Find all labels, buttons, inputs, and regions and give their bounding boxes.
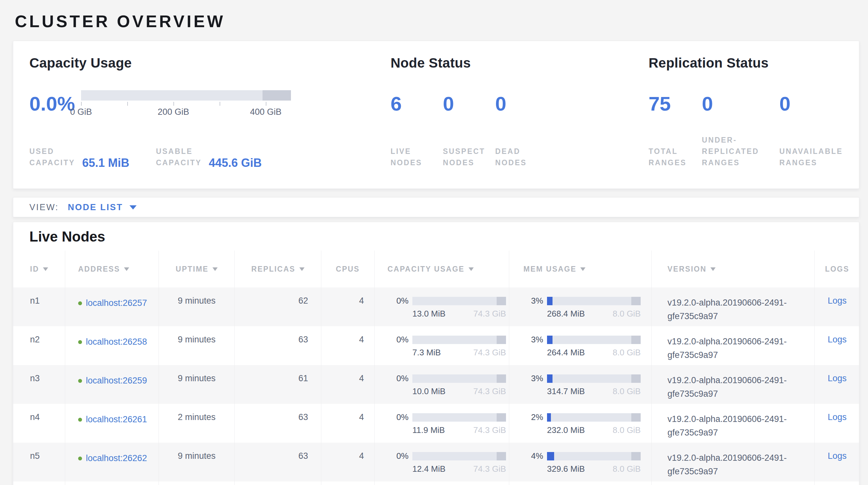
node-capacity-usage-cell: 0%10.0 MiB74.3 GiB: [374, 365, 509, 404]
mem-usage-bar-reserved-segment: [631, 336, 641, 344]
node-uptime-cell: 9 minutes: [159, 326, 235, 365]
partial-row-cell: [13, 481, 65, 485]
node-status-heading: Node Status: [391, 55, 648, 71]
axis-tick: [127, 102, 128, 106]
node-address-cell: localhost:26258: [65, 326, 159, 365]
capacity-stat-value: 65.1 MiB: [82, 158, 129, 168]
mem-usage-percent: 3%: [522, 373, 543, 383]
node-logs-cell: Logs: [814, 365, 859, 404]
column-header-logs[interactable]: LOGS: [814, 251, 859, 287]
node-capacity-usage-cell: 0%7.3 MiB74.3 GiB: [374, 326, 509, 365]
node-id-cell: n2: [13, 326, 65, 365]
logs-link[interactable]: Logs: [828, 412, 847, 422]
logs-link[interactable]: Logs: [828, 373, 847, 383]
column-header-version[interactable]: VERSION: [651, 251, 814, 287]
node-address-link[interactable]: localhost:26261: [86, 415, 147, 424]
cluster-overview-page: CLUSTER OVERVIEW Capacity Usage 0.0% 0 G…: [0, 0, 868, 485]
capacity-usage-bar-row: 0%: [388, 373, 509, 383]
mem-usage-used-value: 268.4 MiB: [547, 309, 585, 319]
node-uptime-cell: 2 minutes: [159, 404, 235, 443]
replication-status-stat-label: UNAVAILABLERANGES: [779, 146, 843, 168]
capacity-usage-bar-track: [412, 452, 506, 460]
node-status-stat: 6LIVENODES: [391, 90, 443, 168]
table-row: n2localhost:262589 minutes6340%7.3 MiB74…: [13, 326, 859, 365]
table-row: n3localhost:262599 minutes6140%10.0 MiB7…: [13, 365, 859, 404]
table-body: n1localhost:262579 minutes6240%13.0 MiB7…: [13, 287, 859, 481]
column-header-capacity-usage[interactable]: CAPACITY USAGE: [374, 251, 509, 287]
live-status-dot-icon: [78, 379, 82, 383]
node-cpus-cell: 4: [321, 404, 374, 443]
replication-status-stat: 75TOTALRANGES: [648, 90, 702, 168]
capacity-usage-values: 10.0 MiB74.3 GiB: [412, 387, 506, 396]
mem-usage-percent: 4%: [522, 451, 543, 461]
node-address-link[interactable]: localhost:26259: [86, 376, 147, 386]
column-header-label: ID: [30, 265, 39, 274]
column-header-id[interactable]: ID: [13, 251, 65, 287]
capacity-usage-bar-track: [412, 297, 506, 305]
node-id-cell: n3: [13, 365, 65, 404]
capacity-usage: 0%10.0 MiB74.3 GiB: [388, 373, 509, 396]
node-uptime-cell: 9 minutes: [159, 443, 235, 481]
replication-status-stat-label: TOTALRANGES: [648, 146, 702, 168]
capacity-usage-bar-row: 0%: [388, 451, 509, 461]
node-logs-cell: Logs: [814, 326, 859, 365]
sort-arrow-icon: [299, 267, 305, 271]
node-address-cell: localhost:26262: [65, 443, 159, 481]
capacity-usage-values: 12.4 MiB74.3 GiB: [412, 464, 506, 474]
logs-link[interactable]: Logs: [828, 451, 847, 461]
column-header-mem-usage[interactable]: MEM USAGE: [509, 251, 651, 287]
node-address-link[interactable]: localhost:26257: [86, 298, 147, 308]
capacity-usage: 0%12.4 MiB74.3 GiB: [388, 451, 509, 474]
logs-link[interactable]: Logs: [828, 296, 847, 306]
node-id-cell: n1: [13, 287, 65, 326]
partial-row-cell: [235, 481, 321, 485]
mem-usage-max-value: 8.0 GiB: [613, 348, 641, 358]
mem-usage-values: 314.7 MiB8.0 GiB: [547, 387, 641, 396]
column-header-cpus[interactable]: CPUS: [321, 251, 374, 287]
node-address-link[interactable]: localhost:26258: [86, 337, 147, 347]
mem-usage-values: 268.4 MiB8.0 GiB: [547, 309, 641, 319]
capacity-usage-used-value: 12.4 MiB: [412, 464, 445, 474]
capacity-usage-used-value: 7.3 MiB: [412, 348, 441, 358]
node-address-link[interactable]: localhost:26262: [86, 453, 147, 463]
replication-status-stat-value: 0: [779, 93, 843, 114]
column-header-replicas[interactable]: REPLICAS: [235, 251, 321, 287]
live-nodes-heading: Live Nodes: [29, 229, 859, 245]
mem-usage-used-value: 264.4 MiB: [547, 348, 585, 358]
node-id-cell: n5: [13, 443, 65, 481]
column-header-label: REPLICAS: [251, 265, 295, 274]
capacity-usage-section: Capacity Usage 0.0% 0 GiB200 GiB400 GiB …: [29, 55, 391, 168]
mem-usage-used-value: 314.7 MiB: [547, 387, 585, 396]
capacity-usage-percent: 0%: [388, 335, 408, 345]
node-logs-cell: Logs: [814, 443, 859, 481]
node-cpus-cell: 4: [321, 365, 374, 404]
partial-row-cell: [159, 481, 235, 485]
node-mem-usage-cell: 2%232.0 MiB8.0 GiB: [509, 404, 651, 443]
column-header-label: UPTIME: [176, 265, 209, 274]
axis-tick: [81, 102, 82, 106]
sort-arrow-icon: [43, 267, 48, 271]
capacity-axis-ticks: [81, 101, 291, 106]
axis-tick-label: 200 GiB: [158, 107, 189, 117]
sort-arrow-icon: [710, 267, 716, 271]
mem-usage-percent: 2%: [522, 412, 543, 422]
capacity-usage: 0%7.3 MiB74.3 GiB: [388, 335, 509, 358]
live-status-dot-icon: [78, 418, 82, 422]
node-status-stat: 0SUSPECTNODES: [443, 90, 495, 168]
axis-tick: [174, 102, 174, 106]
column-header-uptime[interactable]: UPTIME: [159, 251, 235, 287]
column-header-address[interactable]: ADDRESS: [65, 251, 159, 287]
node-status-stat: 0DEADNODES: [495, 90, 547, 168]
table-row: n5localhost:262629 minutes6340%12.4 MiB7…: [13, 443, 859, 481]
axis-tick-label: 0 GiB: [70, 107, 92, 117]
capacity-bar-track: [81, 90, 291, 101]
view-dropdown[interactable]: NODE LIST: [68, 202, 136, 212]
partial-row-cell: [65, 481, 159, 485]
mem-usage-bar-track: [547, 297, 641, 305]
mem-usage: 3%314.7 MiB8.0 GiB: [522, 373, 651, 396]
logs-link[interactable]: Logs: [828, 335, 847, 344]
capacity-usage-max-value: 74.3 GiB: [473, 387, 506, 396]
column-header-label: VERSION: [668, 265, 707, 274]
capacity-usage: 0%11.9 MiB74.3 GiB: [388, 412, 509, 435]
node-id-cell: n4: [13, 404, 65, 443]
